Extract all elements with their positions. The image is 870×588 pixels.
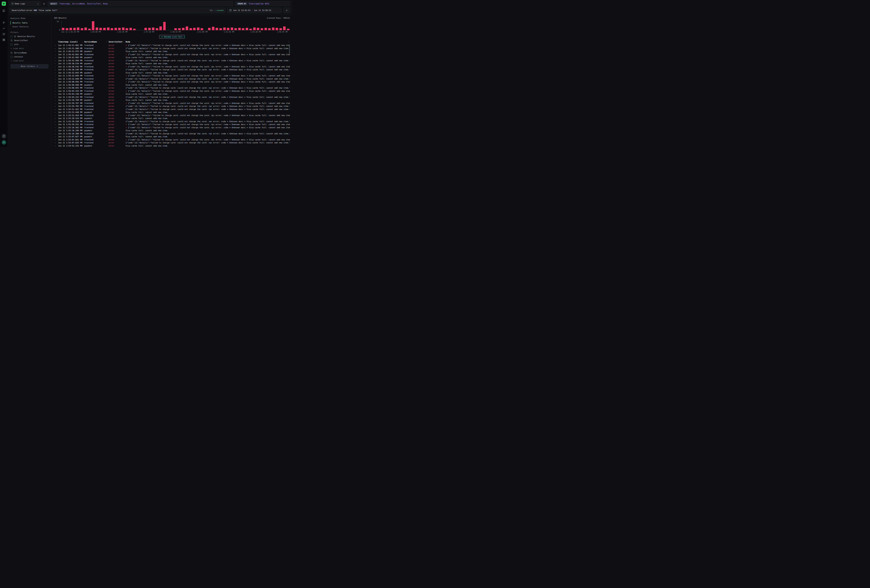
table-row[interactable]: ›Jun 11 1:55:39.324 PMpaymenterrorVisa c… — [54, 117, 290, 120]
table-row[interactable]: ›Jun 11 1:56:51.982 PMfrontenderror×{"co… — [54, 44, 290, 47]
table-row[interactable]: ›Jun 11 1:56:43.001 PMfrontenderror×{"co… — [54, 53, 290, 56]
scrollbar-thumb[interactable] — [289, 44, 290, 54]
table-row[interactable]: ›Jun 11 1:56:38.534 PMpaymenterrorVisa c… — [54, 62, 290, 65]
expand-chevron-icon[interactable]: › — [54, 114, 58, 116]
datasource-select[interactable]: Demo Logs — [10, 1, 40, 6]
filter-option-checkout[interactable]: checkout — [10, 56, 49, 58]
more-filters-button[interactable]: More filters — [10, 64, 49, 68]
expand-chevron-icon[interactable]: › — [54, 44, 58, 46]
column-separator-icon[interactable] — [82, 42, 82, 42]
expand-chevron-icon[interactable]: › — [54, 127, 58, 129]
expand-chevron-icon[interactable]: › — [54, 60, 58, 62]
help-button[interactable]: ? — [2, 134, 6, 138]
table-row[interactable]: ›Jun 11 1:55:07.841 PMfrontenderror×{"co… — [54, 138, 290, 141]
table-row[interactable]: ›Jun 11 1:56:03.252 PMfrontenderror{"cod… — [54, 96, 290, 99]
load-more-servicename[interactable]: Load more — [10, 60, 49, 62]
table-row[interactable]: ›Jun 11 1:55:59.767 PMfrontenderror×{"co… — [54, 102, 290, 105]
expand-chevron-icon[interactable]: › — [54, 99, 58, 101]
table-row[interactable]: ›Jun 11 1:55:51.452 PMfrontenderror{"cod… — [54, 108, 290, 111]
time-range-picker[interactable]: Jun 11 13:41:52 - Jun 11 13:56:52 — [227, 7, 282, 13]
column-separator-icon[interactable] — [106, 42, 107, 42]
expand-chevron-icon[interactable]: › — [54, 135, 58, 138]
table-row[interactable]: ›Jun 11 1:56:42.999 PMfrontenderror{"cod… — [54, 59, 290, 62]
table-row[interactable]: ›Jun 11 1:56:08.948 PMpaymenterrorVisa c… — [54, 83, 290, 86]
table-row[interactable]: ›Jun 11 1:56:51.975 PMpaymenterrorVisa c… — [54, 50, 290, 53]
user-avatar[interactable]: U — [2, 140, 6, 144]
table-row[interactable]: ›Jun 11 1:55:16.300 PMfrontenderror{"cod… — [54, 132, 290, 135]
settings-gear-icon[interactable] — [42, 2, 46, 6]
table-row[interactable]: ›Jun 11 1:55:07.827 PMpaymenterrorVisa c… — [54, 135, 290, 138]
mode-event-patterns[interactable]: Event Patterns — [10, 25, 49, 28]
col-timestamp[interactable]: Timestamp (Local) — [58, 41, 84, 43]
expand-chevron-icon[interactable]: › — [54, 65, 58, 68]
filter-option-info[interactable]: info — [10, 43, 49, 46]
expand-chevron-icon[interactable]: › — [54, 87, 58, 89]
mode-results-table[interactable]: Results Table — [10, 21, 49, 25]
expand-chevron-icon[interactable]: › — [54, 96, 58, 98]
checkout-checkbox[interactable] — [10, 56, 12, 58]
table-row[interactable]: ›Jun 11 1:55:16.296 PMpaymenterrorVisa c… — [54, 129, 290, 132]
expand-chevron-icon[interactable]: › — [54, 68, 58, 71]
search-input[interactable]: SeverityText:error AND "Visa cache full"… — [10, 7, 225, 13]
logs-list-icon[interactable] — [1, 20, 6, 25]
expand-chevron-icon[interactable]: › — [54, 57, 58, 59]
expand-chevron-icon[interactable]: › — [54, 81, 58, 83]
table-row[interactable]: ›Jun 11 1:56:03.248 PMpaymenterrorVisa c… — [54, 92, 290, 96]
expand-chevron-icon[interactable]: › — [54, 102, 58, 104]
histogram[interactable]: 24 0 Jun 11 1:41:45 PM1:44:00 PM1:45:45 … — [54, 21, 290, 33]
table-row[interactable]: ›Jun 11 1:54:52.241 PMpaymenterrorVisa c… — [54, 144, 290, 147]
expand-chevron-icon[interactable]: › — [54, 117, 58, 119]
expand-chevron-icon[interactable]: › — [54, 124, 58, 126]
col-severitytext[interactable]: SeverityText — [109, 41, 126, 43]
order-by-editor[interactable]: ORDER BY TimestampTime DESC — [235, 1, 290, 6]
sql-option[interactable]: SQL — [210, 9, 213, 12]
line-chart-icon[interactable] — [1, 26, 6, 31]
table-row[interactable]: ›Jun 11 1:55:16.302 PMfrontenderror×{"co… — [54, 126, 290, 129]
table-row[interactable]: ›Jun 11 1:55:39.330 PMfrontenderror{"cod… — [54, 120, 290, 123]
table-row[interactable]: ›Jun 11 1:56:51.980 PMfrontenderror{"cod… — [54, 47, 290, 50]
expand-chevron-icon[interactable]: › — [54, 78, 58, 80]
expand-chevron-icon[interactable]: › — [54, 138, 58, 141]
expand-chevron-icon[interactable]: › — [54, 50, 58, 52]
table-row[interactable]: ›Jun 11 1:56:42.995 PMpaymenterrorVisa c… — [54, 56, 290, 59]
col-body[interactable]: Body — [126, 41, 286, 43]
resume-live-tail-button[interactable]: Resume Live Tail — [159, 35, 185, 39]
table-row[interactable]: ›Jun 11 1:55:59.760 PMpaymenterrorVisa c… — [54, 99, 290, 102]
expand-chevron-icon[interactable]: › — [54, 90, 58, 92]
filter-group-severitytext[interactable]: SeverityText — [10, 39, 49, 42]
header-menu-icon[interactable] — [289, 42, 289, 42]
expand-chevron-icon[interactable]: › — [54, 84, 58, 86]
query-editor[interactable]: SELECT Timestamp, ServiceName, SeverityT… — [48, 1, 233, 6]
table-row[interactable]: ›Jun 11 1:56:38.542 PMfrontenderror×{"co… — [54, 65, 290, 68]
panel-icon[interactable] — [1, 9, 6, 13]
table-row[interactable]: ›Jun 11 1:56:32.849 PMfrontenderror×{"co… — [54, 74, 290, 77]
table-row[interactable]: ›Jun 11 1:56:08.956 PMfrontenderror×{"co… — [54, 80, 290, 83]
filter-group-servicename[interactable]: ServiceName — [10, 52, 49, 54]
expand-chevron-icon[interactable]: › — [54, 121, 58, 123]
table-row[interactable]: ›Jun 11 1:55:39.331 PMfrontenderror×{"co… — [54, 123, 290, 126]
expand-chevron-icon[interactable]: › — [54, 63, 58, 65]
app-logo[interactable] — [2, 1, 6, 6]
expand-chevron-icon[interactable]: › — [54, 111, 58, 113]
table-row[interactable]: ›Jun 11 1:56:32.848 PMfrontenderror{"cod… — [54, 77, 290, 80]
table-row[interactable]: ›Jun 11 1:56:08.955 PMfrontenderror{"cod… — [54, 86, 290, 89]
expand-chevron-icon[interactable]: › — [54, 93, 58, 95]
table-row[interactable]: ›Jun 11 1:55:51.448 PMpaymenterrorVisa c… — [54, 111, 290, 114]
info-checkbox[interactable] — [10, 43, 12, 46]
monitor-icon[interactable] — [1, 32, 6, 36]
expand-chevron-icon[interactable]: › — [54, 108, 58, 110]
lucene-option[interactable]: Lucene — [217, 9, 223, 12]
expand-chevron-icon[interactable]: › — [54, 132, 58, 135]
table-row[interactable]: ›Jun 11 1:56:32.843 PMpaymenterrorVisa c… — [54, 71, 290, 74]
expand-chevron-icon[interactable]: › — [54, 74, 58, 77]
expand-chevron-icon[interactable]: › — [54, 105, 58, 107]
col-servicename[interactable]: ServiceName — [84, 41, 109, 43]
table-row[interactable]: ›Jun 11 1:55:59.765 PMfrontenderror{"cod… — [54, 105, 290, 108]
expand-chevron-icon[interactable]: › — [54, 47, 58, 49]
table-row[interactable]: ›Jun 11 1:56:38.540 PMfrontenderror{"cod… — [54, 68, 290, 71]
table-row[interactable]: ›Jun 11 1:55:51.454 PMfrontenderror×{"co… — [54, 114, 290, 117]
run-query-button[interactable] — [283, 7, 290, 13]
dashboards-grid-icon[interactable] — [1, 37, 6, 42]
expand-chevron-icon[interactable]: › — [54, 71, 58, 74]
denoise-checkbox[interactable] — [10, 36, 12, 37]
